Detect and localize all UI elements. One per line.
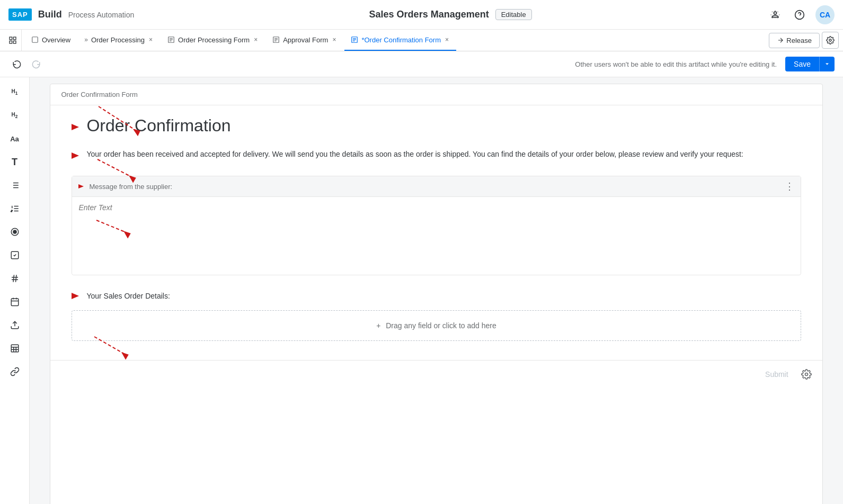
top-header: SAP Build Process Automation Sales Order… [0, 0, 843, 30]
h2-label: H2 [12, 112, 18, 119]
svg-rect-42 [11, 345, 19, 352]
svg-line-35 [13, 275, 14, 282]
drop-zone-text: Drag any field or click to add here [386, 321, 496, 330]
save-button-group: Save [785, 57, 835, 71]
tab-order-confirmation-form-close[interactable]: × [444, 35, 450, 44]
supplier-message-input[interactable] [78, 203, 794, 267]
sidebar-tool-upload[interactable] [4, 314, 25, 336]
drop-zone[interactable]: + Drag any field or click to add here [72, 310, 801, 341]
tab-overview-label: Overview [42, 36, 70, 44]
left-sidebar: H1 H2 Aa T [0, 77, 30, 504]
release-button[interactable]: Release [769, 33, 820, 48]
svg-rect-7 [32, 37, 38, 43]
ordered-list-icon [10, 204, 20, 213]
tab-order-processing[interactable]: » Order Processing × [78, 30, 160, 51]
redo-button[interactable] [28, 56, 45, 73]
section-arrow-icon [72, 290, 82, 302]
footer-settings-icon[interactable] [801, 369, 812, 380]
submit-button[interactable]: Submit [759, 367, 795, 382]
field-header-label-group: Message from the supplier: [78, 182, 172, 191]
svg-rect-37 [11, 299, 19, 306]
sidebar-tool-checkbox[interactable] [4, 245, 25, 266]
field-input-area[interactable] [72, 197, 800, 275]
link-icon [10, 367, 20, 376]
field-header: Message from the supplier: ⋮ [72, 176, 800, 197]
tab-approval-form[interactable]: Approval Form × [266, 30, 343, 51]
avatar[interactable]: CA [815, 5, 835, 24]
release-label: Release [786, 37, 812, 44]
sidebar-tool-h1[interactable]: H1 [4, 82, 25, 103]
supplier-message-field: Message from the supplier: ⋮ [72, 176, 801, 275]
tab-settings-button[interactable] [822, 32, 839, 49]
tab-forward-icon: » [84, 36, 88, 43]
page-title: Sales Orders Management [369, 9, 489, 20]
app-subtitle: Process Automation [68, 11, 135, 19]
tab-order-confirmation-form[interactable]: *Order Confirmation Form × [344, 30, 456, 51]
svg-rect-4 [13, 37, 16, 40]
svg-rect-3 [10, 37, 12, 40]
tab-bar-actions: Release [769, 30, 839, 51]
editable-badge: Editable [495, 9, 532, 20]
save-dropdown-button[interactable] [819, 57, 835, 71]
tab-overview[interactable]: Overview [25, 30, 77, 51]
form-footer: Submit [50, 360, 822, 388]
form-heading: Order Confirmation [72, 116, 801, 136]
form-paragraph: Your order has been received and accepte… [72, 148, 801, 161]
sidebar-tool-h2[interactable]: H2 [4, 105, 25, 126]
sidebar-tool-radio[interactable] [4, 221, 25, 242]
svg-point-20 [829, 39, 831, 41]
tab-bar-home[interactable] [4, 30, 22, 51]
undo-button[interactable] [8, 56, 25, 73]
text-label: T [12, 157, 17, 168]
canvas-area: Order Confirmation Form Order Confirmati… [30, 77, 843, 504]
sidebar-tool-table[interactable] [4, 338, 25, 359]
radio-icon [10, 227, 20, 237]
sidebar-tool-text[interactable]: T [4, 151, 25, 173]
svg-point-31 [13, 230, 16, 233]
table-icon [10, 344, 20, 353]
sales-order-section: Your Sales Order Details: [72, 290, 801, 302]
checkbox-icon [10, 250, 20, 260]
sidebar-tool-list[interactable] [4, 175, 25, 196]
calendar-icon [10, 297, 20, 307]
toolbar: Other users won't be able to edit this a… [0, 51, 843, 77]
tab-order-processing-form[interactable]: Order Processing Form × [161, 30, 265, 51]
sidebar-tool-ordered-list[interactable] [4, 198, 25, 219]
sidebar-tool-aa[interactable]: Aa [4, 128, 25, 149]
field-header-arrow-icon [78, 182, 86, 191]
tab-order-confirmation-form-label: *Order Confirmation Form [361, 36, 441, 44]
header-center: Sales Orders Management Editable [138, 9, 762, 20]
help-button[interactable] [791, 6, 808, 23]
toolbar-info-text: Other users won't be able to edit this a… [575, 60, 777, 68]
header-right: CA [767, 5, 835, 24]
list-icon [10, 181, 20, 190]
tab-order-processing-close[interactable]: × [148, 35, 154, 44]
tab-order-processing-label: Order Processing [91, 36, 145, 44]
paragraph-arrow-icon [72, 149, 82, 162]
tab-approval-form-close[interactable]: × [331, 35, 337, 44]
form-paragraph-text: Your order has been received and accepte… [86, 148, 743, 160]
sidebar-tool-link[interactable] [4, 361, 25, 382]
notification-button[interactable] [767, 6, 784, 23]
tab-order-processing-form-close[interactable]: × [253, 35, 259, 44]
sap-logo[interactable]: SAP [8, 8, 32, 21]
field-kebab-menu[interactable]: ⋮ [785, 181, 794, 192]
tab-order-processing-form-label: Order Processing Form [178, 36, 250, 44]
svg-line-36 [15, 275, 16, 282]
svg-rect-5 [13, 41, 16, 43]
form-canvas: Order Confirmation Form Order Confirmati… [50, 84, 822, 504]
tab-approval-form-label: Approval Form [283, 36, 328, 44]
svg-marker-47 [72, 124, 79, 130]
upload-icon [10, 320, 20, 330]
tab-bar: Overview » Order Processing × Order Proc… [0, 30, 843, 51]
drop-zone-plus-icon: + [376, 321, 380, 330]
main-layout: H1 H2 Aa T [0, 77, 843, 504]
svg-point-51 [805, 373, 807, 376]
svg-point-0 [774, 12, 777, 14]
sidebar-tool-date[interactable] [4, 291, 25, 312]
form-heading-text: Order Confirmation [86, 116, 230, 136]
sidebar-tool-hash[interactable] [4, 268, 25, 289]
svg-rect-6 [10, 41, 12, 43]
sales-order-label-text: Your Sales Order Details: [86, 292, 170, 300]
save-button[interactable]: Save [785, 57, 819, 71]
